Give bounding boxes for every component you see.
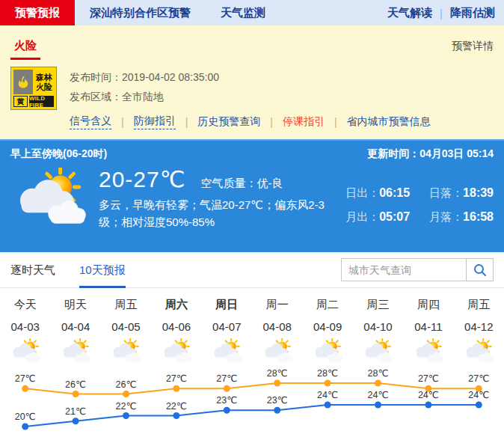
forecast-tab-bar: 逐时天气 10天预报 [0,252,504,288]
day-date: 04-10 [353,320,403,333]
warning-detail-link[interactable]: 预警详情 [452,40,494,60]
forecast-day-column-0[interactable]: 今天04-03 [0,298,50,366]
forecast-day-column-4[interactable]: 周日04-07 [202,298,252,366]
search-button[interactable] [466,258,494,281]
tab-hourly-weather[interactable]: 逐时天气 [10,252,55,288]
partly-cloudy-icon [261,338,294,363]
forecast-day-column-3[interactable]: 周六04-06 [151,298,201,366]
day-name: 今天 [0,298,50,312]
tab-shenshan-zone-warning[interactable]: 深汕特别合作区预警 [75,0,206,25]
nav-right-links: 天气解读 | 降雨估测 [387,0,504,25]
tab-warning-forecast[interactable]: 预警预报 [0,0,75,25]
warning-level-badge: 黄 [13,96,28,107]
link-rain-estimation[interactable]: 降雨估测 [450,6,495,20]
warning-link-2[interactable]: 历史预警查询 [197,115,260,129]
warning-link-3[interactable]: 停课指引 [283,115,325,129]
day-name: 周三 [353,298,403,312]
temp-point [123,391,129,397]
temp-label: 24℃ [368,390,389,400]
day-date: 04-05 [101,320,151,333]
sun-moon-times: 日出：06:15日落：18:39月出：05:07月落：16:58 [345,186,494,230]
temp-label: 27℃ [166,373,187,384]
tab-weather-monitoring[interactable]: 天气监测 [206,0,280,25]
temp-label: 28℃ [267,368,288,379]
warning-link-1[interactable]: 防御指引 [134,114,176,129]
forecast-day-column-7[interactable]: 周三04-10 [353,298,403,366]
ten-day-forecast-grid: 今天04-03明天04-04周五04-05周六04-06周日04-07周一04-… [0,288,504,366]
temp-label: 24℃ [317,390,338,400]
day-date: 04-11 [403,320,453,333]
warning-link-4[interactable]: 省内城市预警信息 [347,115,431,129]
temp-point [22,385,28,392]
temp-point [123,412,129,419]
day-date: 04-04 [50,320,100,333]
forecast-day-column-8[interactable]: 周四04-11 [403,298,453,366]
partly-cloudy-icon [109,338,142,363]
ten-day-temperature-chart: 27℃26℃26℃27℃27℃28℃28℃28℃27℃27℃20℃21℃22℃2… [0,366,504,434]
flame-icon [13,70,33,94]
link-divider: | [270,116,273,128]
tab-fire-risk[interactable]: 火险 [10,39,40,60]
temp-point [274,380,280,387]
temp-point [73,391,79,397]
forecast-day-column-1[interactable]: 明天04-04 [50,298,100,366]
search-icon [473,263,488,278]
temp-label: 24℃ [418,390,439,400]
warning-type-bar: 火险 预警详情 [0,25,504,60]
sun-moon-item: 日出：06:15 [345,186,410,201]
temp-point [224,407,230,414]
day-name: 周六 [151,298,201,312]
temp-label: 28℃ [368,368,389,379]
forecast-day-column-5[interactable]: 周一04-08 [252,298,302,366]
day-date: 04-07 [202,320,252,333]
temp-label: 27℃ [418,373,439,384]
temp-point [375,402,381,409]
city-search-input[interactable] [341,258,467,281]
update-time: 更新时间：04月03日 05:14 [367,147,494,161]
temp-label: 23℃ [216,395,237,406]
partly-cloudy-icon [462,338,495,363]
city-weather-search [341,258,494,281]
forecast-day-column-6[interactable]: 周二04-09 [302,298,352,366]
link-divider: | [185,116,188,128]
current-weather-panel: 早上至傍晚(06-20时) 更新时间：04月03日 05:14 20-27℃ 空… [0,139,504,252]
link-weather-interpretation[interactable]: 天气解读 [387,6,432,20]
temp-label: 27℃ [216,373,237,384]
weather-description: 多云，早晚有轻雾；气温20-27℃；偏东风2-3级；相对湿度50%-85% [99,196,345,230]
temp-label: 26℃ [65,379,86,390]
air-quality: 空气质量：优-良 [200,177,283,191]
temp-point [325,402,331,409]
temp-label: 21℃ [65,406,86,417]
partly-cloudy-icon [10,168,88,226]
day-date: 04-09 [302,320,352,333]
temp-label: 22℃ [166,401,187,412]
temp-label: 27℃ [15,373,36,384]
warning-type-english: WILD FIRE [29,96,54,107]
temp-point [476,402,482,409]
warning-link-0[interactable]: 信号含义 [70,114,111,129]
forecast-day-column-9[interactable]: 周五04-12 [454,298,504,366]
warning-body: 森林 火险 黄 WILD FIRE 发布时间：2019-04-02 08:35:… [0,60,504,139]
temp-label: 27℃ [468,373,489,384]
link-divider: | [334,116,337,128]
sun-moon-item: 月落：16:58 [429,210,494,224]
link-divider: | [121,116,124,128]
temp-point [274,407,280,414]
temp-point [325,380,331,387]
day-date: 04-08 [252,320,302,333]
top-nav: 预警预报 深汕特别合作区预警 天气监测 天气解读 | 降雨估测 [0,0,504,25]
publish-time: 发布时间：2019-04-02 08:35:00 [70,67,431,87]
forecast-day-column-2[interactable]: 周五04-05 [101,298,151,366]
temp-point [73,418,79,424]
partly-cloudy-icon [311,338,344,363]
temp-point [173,412,179,419]
temp-point [173,385,179,392]
publish-area: 发布区域：全市陆地 [70,87,431,106]
day-name: 周日 [202,298,252,312]
temp-label: 28℃ [317,368,338,379]
day-name: 周四 [403,298,453,312]
warning-info: 发布时间：2019-04-02 08:35:00 发布区域：全市陆地 信号含义|… [70,67,431,139]
tab-ten-day-forecast[interactable]: 10天预报 [79,252,126,288]
forest-fire-warning-icon: 森林 火险 黄 WILD FIRE [10,67,57,110]
day-name: 明天 [50,298,100,312]
